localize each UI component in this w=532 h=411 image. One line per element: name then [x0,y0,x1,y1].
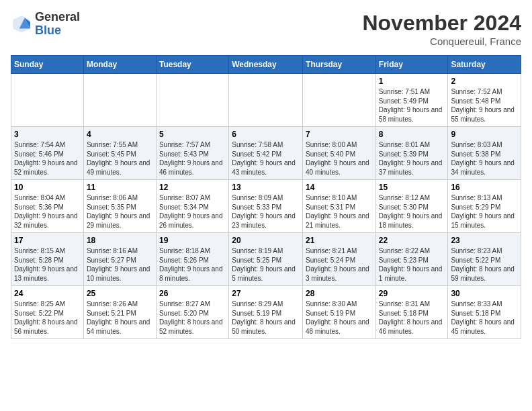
day-number: 5 [159,130,226,139]
calendar-cell: 15Sunrise: 8:12 AM Sunset: 5:30 PM Dayli… [375,180,448,233]
calendar-cell: 11Sunrise: 8:06 AM Sunset: 5:35 PM Dayli… [83,180,156,233]
day-number: 14 [306,183,373,192]
calendar-cell: 14Sunrise: 8:10 AM Sunset: 5:31 PM Dayli… [303,180,376,233]
calendar-cell: 18Sunrise: 8:16 AM Sunset: 5:27 PM Dayli… [83,233,156,286]
calendar-cell: 21Sunrise: 8:21 AM Sunset: 5:24 PM Dayli… [303,233,376,286]
month-title: November 2024 [362,11,521,36]
calendar-cell: 27Sunrise: 8:29 AM Sunset: 5:19 PM Dayli… [229,286,303,339]
day-info: Sunrise: 8:23 AM Sunset: 5:22 PM Dayligh… [451,246,518,283]
logo-blue-text: Blue [35,24,61,37]
calendar-cell [303,74,376,127]
calendar-week-row: 3Sunrise: 7:54 AM Sunset: 5:46 PM Daylig… [11,127,521,180]
day-info: Sunrise: 8:04 AM Sunset: 5:36 PM Dayligh… [14,193,81,230]
day-number: 8 [379,130,445,139]
title-section: November 2024 Conquereuil, France [362,11,521,47]
day-info: Sunrise: 8:01 AM Sunset: 5:39 PM Dayligh… [379,140,445,177]
day-info: Sunrise: 8:22 AM Sunset: 5:23 PM Dayligh… [379,246,445,283]
day-number: 15 [379,183,445,192]
calendar-cell: 28Sunrise: 8:30 AM Sunset: 5:19 PM Dayli… [303,286,376,339]
calendar-cell: 6Sunrise: 7:58 AM Sunset: 5:42 PM Daylig… [229,127,303,180]
day-info: Sunrise: 8:18 AM Sunset: 5:26 PM Dayligh… [159,246,226,283]
day-number: 25 [87,289,153,298]
day-info: Sunrise: 7:55 AM Sunset: 5:45 PM Dayligh… [87,140,153,177]
day-info: Sunrise: 8:03 AM Sunset: 5:38 PM Dayligh… [451,140,518,177]
day-number: 3 [14,130,81,139]
calendar-cell: 17Sunrise: 8:15 AM Sunset: 5:28 PM Dayli… [11,233,84,286]
day-info: Sunrise: 7:52 AM Sunset: 5:48 PM Dayligh… [451,87,518,124]
day-number: 2 [451,77,518,86]
day-number: 4 [87,130,153,139]
day-info: Sunrise: 8:19 AM Sunset: 5:25 PM Dayligh… [232,246,300,283]
calendar-cell: 22Sunrise: 8:22 AM Sunset: 5:23 PM Dayli… [375,233,448,286]
calendar-cell: 1Sunrise: 7:51 AM Sunset: 5:49 PM Daylig… [375,74,448,127]
calendar-cell: 25Sunrise: 8:26 AM Sunset: 5:21 PM Dayli… [83,286,156,339]
day-number: 9 [451,130,518,139]
calendar-header-row: SundayMondayTuesdayWednesdayThursdayFrid… [11,56,521,74]
calendar-week-row: 17Sunrise: 8:15 AM Sunset: 5:28 PM Dayli… [11,233,521,286]
day-number: 30 [451,289,518,298]
calendar-cell: 19Sunrise: 8:18 AM Sunset: 5:26 PM Dayli… [156,233,228,286]
calendar-cell: 29Sunrise: 8:31 AM Sunset: 5:18 PM Dayli… [375,286,448,339]
day-number: 13 [232,183,300,192]
day-info: Sunrise: 8:29 AM Sunset: 5:19 PM Dayligh… [232,300,300,336]
day-number: 11 [87,183,153,192]
calendar-cell: 26Sunrise: 8:27 AM Sunset: 5:20 PM Dayli… [156,286,228,339]
day-of-week-header: Friday [375,56,448,74]
day-info: Sunrise: 7:57 AM Sunset: 5:43 PM Dayligh… [159,140,226,177]
calendar-cell: 7Sunrise: 8:00 AM Sunset: 5:40 PM Daylig… [303,127,376,180]
day-of-week-header: Thursday [303,56,376,74]
page-header: General Blue November 2024 Conquereuil, … [11,11,521,47]
logo-general-text: General [35,10,80,24]
day-number: 7 [306,130,373,139]
calendar-cell: 16Sunrise: 8:13 AM Sunset: 5:29 PM Dayli… [448,180,521,233]
day-number: 22 [379,236,445,245]
day-of-week-header: Sunday [11,56,84,74]
day-number: 24 [14,289,81,298]
calendar-cell: 24Sunrise: 8:25 AM Sunset: 5:22 PM Dayli… [11,286,84,339]
calendar-cell: 30Sunrise: 8:33 AM Sunset: 5:18 PM Dayli… [448,286,521,339]
day-of-week-header: Wednesday [229,56,303,74]
day-number: 26 [159,289,226,298]
calendar-cell [11,74,84,127]
day-number: 17 [14,236,81,245]
day-info: Sunrise: 8:21 AM Sunset: 5:24 PM Dayligh… [306,246,373,283]
calendar-cell: 10Sunrise: 8:04 AM Sunset: 5:36 PM Dayli… [11,180,84,233]
calendar-cell [83,74,156,127]
day-number: 18 [87,236,153,245]
day-number: 16 [451,183,518,192]
day-info: Sunrise: 8:06 AM Sunset: 5:35 PM Dayligh… [87,193,153,230]
day-info: Sunrise: 8:12 AM Sunset: 5:30 PM Dayligh… [379,193,445,230]
logo: General Blue [11,11,80,38]
day-of-week-header: Tuesday [156,56,228,74]
day-info: Sunrise: 8:09 AM Sunset: 5:33 PM Dayligh… [232,193,300,230]
day-info: Sunrise: 7:58 AM Sunset: 5:42 PM Dayligh… [232,140,300,177]
day-number: 6 [232,130,300,139]
day-info: Sunrise: 8:30 AM Sunset: 5:19 PM Dayligh… [306,300,373,336]
calendar-cell [229,74,303,127]
day-of-week-header: Monday [83,56,156,74]
day-number: 20 [232,236,300,245]
calendar-cell [156,74,228,127]
calendar-cell: 3Sunrise: 7:54 AM Sunset: 5:46 PM Daylig… [11,127,84,180]
day-info: Sunrise: 8:13 AM Sunset: 5:29 PM Dayligh… [451,193,518,230]
calendar-cell: 9Sunrise: 8:03 AM Sunset: 5:38 PM Daylig… [448,127,521,180]
day-info: Sunrise: 8:26 AM Sunset: 5:21 PM Dayligh… [87,300,153,336]
day-number: 12 [159,183,226,192]
calendar-week-row: 1Sunrise: 7:51 AM Sunset: 5:49 PM Daylig… [11,74,521,127]
calendar-cell: 2Sunrise: 7:52 AM Sunset: 5:48 PM Daylig… [448,74,521,127]
day-number: 19 [159,236,226,245]
calendar-week-row: 24Sunrise: 8:25 AM Sunset: 5:22 PM Dayli… [11,286,521,339]
day-number: 29 [379,289,445,298]
calendar-table: SundayMondayTuesdayWednesdayThursdayFrid… [11,55,521,339]
day-info: Sunrise: 8:27 AM Sunset: 5:20 PM Dayligh… [159,300,226,336]
day-number: 28 [306,289,373,298]
day-of-week-header: Saturday [448,56,521,74]
day-number: 10 [14,183,81,192]
day-info: Sunrise: 8:16 AM Sunset: 5:27 PM Dayligh… [87,246,153,283]
day-info: Sunrise: 8:33 AM Sunset: 5:18 PM Dayligh… [451,300,518,336]
calendar-cell: 5Sunrise: 7:57 AM Sunset: 5:43 PM Daylig… [156,127,228,180]
day-number: 27 [232,289,300,298]
day-info: Sunrise: 8:25 AM Sunset: 5:22 PM Dayligh… [14,300,81,336]
location: Conquereuil, France [362,36,521,47]
calendar-cell: 13Sunrise: 8:09 AM Sunset: 5:33 PM Dayli… [229,180,303,233]
